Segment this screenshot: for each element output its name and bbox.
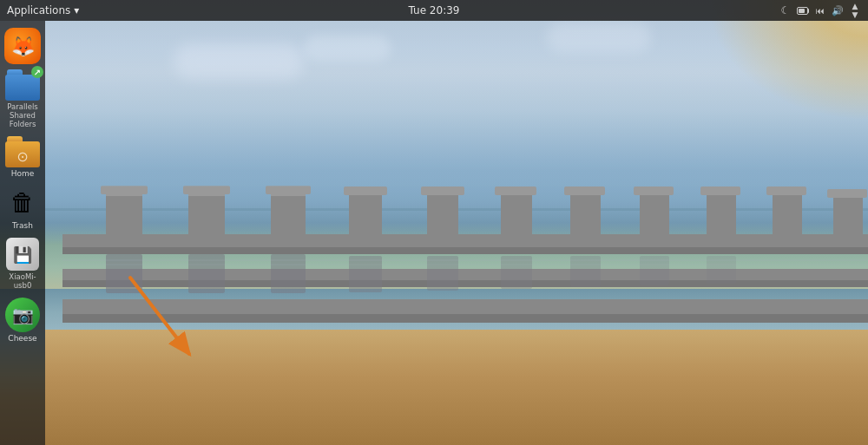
desktop: Applications ▾ Tue 20:39 ☾ ⏮ ▲▼ [0,0,868,445]
svg-rect-39 [640,256,669,285]
home-label: Home [11,169,35,179]
cloud-2 [304,36,391,62]
svg-rect-2 [62,247,868,254]
sidebar-item-parallels[interactable]: ↗ ParallelsSharedFolders [0,68,45,131]
moon-icon[interactable]: ☾ [779,4,792,16]
sidebar-item-firefox[interactable] [4,28,41,64]
volume-icon[interactable] [832,4,844,16]
xiaomi-label: XiaoMi-usb0 [9,272,36,290]
cheese-icon: 📷 [5,298,40,332]
xiaomi-usb-icon: 💾 [6,238,39,271]
topbar: Applications ▾ Tue 20:39 ☾ ⏮ ▲▼ [0,0,868,21]
cloud-1 [174,44,304,79]
topbar-clock: Tue 20:39 [409,4,460,16]
usb-symbol: 💾 [13,245,32,264]
sidebar-item-home[interactable]: ⊙ Home [0,134,45,180]
svg-rect-4 [62,280,868,287]
trash-label: Trash [12,221,33,231]
folder-body [5,75,40,101]
battery-tip [808,9,809,13]
cupertino-icon-label: Cupertino- iCons [149,388,212,412]
battery-body [797,7,808,15]
cupertino-icons-desktop-item[interactable]: Cupertino- iCons [146,339,215,412]
battery-fill [799,9,805,13]
water-reflection [0,289,868,445]
cupertino-folder-body [156,346,205,384]
topbar-left: Applications ▾ [7,4,79,16]
cheese-label: Cheese [8,334,36,344]
cupertino-folder-icon [156,339,205,384]
cupertino-folder-inner [160,350,201,374]
cloud-3 [547,23,651,53]
sidebar-item-xiaomi[interactable]: 💾 XiaoMi-usb0 [0,236,45,291]
sidebar-item-trash[interactable]: 🗑 Trash [0,183,45,232]
topbar-right: ☾ ⏮ ▲▼ [779,4,861,16]
applications-menu-label[interactable]: Applications [7,4,70,16]
svg-rect-3 [62,269,868,283]
svg-rect-36 [427,256,458,291]
home-symbol: ⊙ [16,148,28,165]
parallels-share-arrow: ↗ [31,66,43,78]
parallels-folder-icon: ↗ [5,69,40,101]
trash-icon: 🗑 [7,185,38,219]
home-folder-body: ⊙ [5,141,40,167]
svg-rect-37 [501,256,532,289]
svg-rect-33 [188,254,225,293]
applications-dropdown-arrow[interactable]: ▾ [74,4,79,16]
svg-rect-34 [271,254,306,293]
svg-rect-40 [707,256,736,284]
battery-icon[interactable] [797,4,809,16]
svg-rect-32 [106,254,142,293]
svg-rect-35 [349,256,382,292]
sidebar-item-cheese[interactable]: 📷 Cheese [0,296,45,345]
sidebar: ↗ ParallelsSharedFolders ⊙ Home 🗑 Trash … [0,21,45,445]
svg-rect-38 [570,256,601,287]
home-folder-icon: ⊙ [5,136,40,167]
prev-track-icon[interactable]: ⏮ [814,4,826,16]
network-icon[interactable]: ▲▼ [849,4,861,16]
parallels-label: ParallelsSharedFolders [7,102,37,129]
